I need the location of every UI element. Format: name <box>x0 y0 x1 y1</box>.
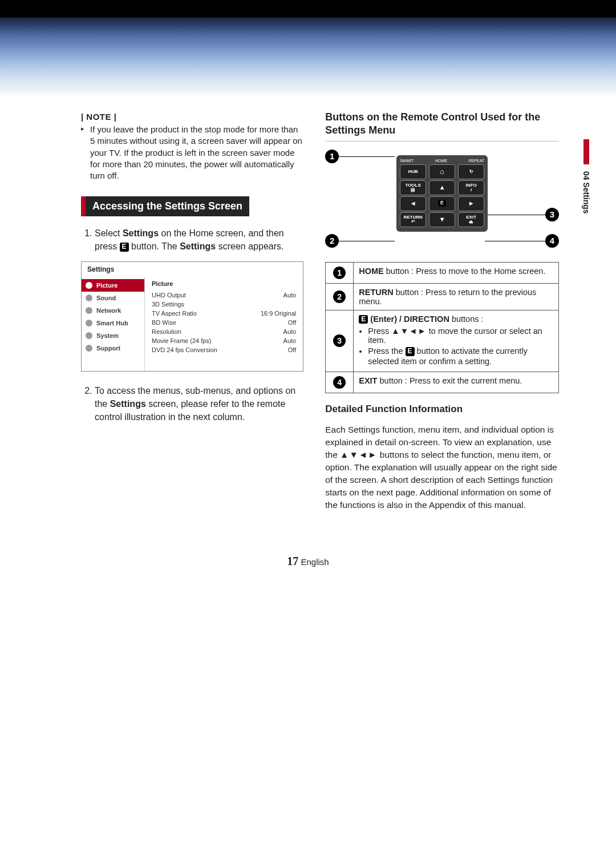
legend-num-4: 4 <box>333 376 346 389</box>
settings-sidebar: Picture Sound Network Smart Hub System S… <box>82 277 145 371</box>
tools-button: TOOLS▤ <box>400 180 426 195</box>
settings-title: Settings <box>82 262 303 277</box>
remote-legend-table: 1 HOME button : Press to move to the Hom… <box>325 262 559 393</box>
step-1: Select Settings on the Home screen, and … <box>95 227 303 253</box>
legend-row-4: EXIT button : Press to exit the current … <box>354 372 559 393</box>
callout-2: 2 <box>325 234 339 248</box>
remote-image: SMART HOME REPEAT HUB ⌂ ↻ TOOLS▤ ▲ INFOi <box>396 155 488 232</box>
exit-button: EXIT⏏ <box>458 212 484 227</box>
note-text: If you leave the product in the stop mod… <box>90 124 303 181</box>
detailed-function-info-paragraph: Each Settings function, menu item, and i… <box>325 423 559 511</box>
subheading-remote-buttons: Buttons on the Remote Control Used for t… <box>325 111 559 138</box>
sidebar-item-network: Network <box>82 304 144 317</box>
legend-row-3: E (Enter) / DIRECTION buttons : Press ▲▼… <box>354 310 559 372</box>
enter-icon: E <box>359 315 368 324</box>
divider <box>325 141 559 142</box>
legend-row-1: HOME button : Press to move to the Home … <box>354 262 559 283</box>
callout-3: 3 <box>545 208 559 221</box>
enter-icon: E <box>120 243 129 251</box>
enter-icon: E <box>406 347 415 356</box>
top-banner <box>0 0 616 97</box>
legend-num-3: 3 <box>333 334 346 347</box>
callout-4: 4 <box>545 234 559 248</box>
step-2: To access the menus, sub-menus, and opti… <box>95 384 303 424</box>
sidebar-item-sound: Sound <box>82 292 144 304</box>
hub-button: HUB <box>400 164 426 179</box>
info-button: INFOi <box>458 180 484 195</box>
up-button: ▲ <box>429 180 455 195</box>
down-button: ▼ <box>429 212 455 227</box>
remote-diagram: 1 2 3 4 SMART HOME REPEAT HUB ⌂ <box>325 150 559 255</box>
chapter-tab: 04 Settings <box>582 139 591 214</box>
enter-button: E <box>429 196 455 211</box>
right-column: 04 Settings Buttons on the Remote Contro… <box>325 108 559 521</box>
heading-detailed-function-info: Detailed Function Information <box>325 404 559 415</box>
left-button: ◄ <box>400 196 426 211</box>
settings-screenshot: Settings Picture Sound Network Smart Hub… <box>81 261 303 372</box>
sidebar-item-picture: Picture <box>82 279 144 292</box>
section-heading-access-settings: Accessing the Settings Screen <box>81 196 249 216</box>
home-button-icon: ⌂ <box>429 164 455 179</box>
callout-1: 1 <box>325 150 339 163</box>
legend-num-1: 1 <box>333 267 346 279</box>
sidebar-item-system: System <box>82 329 144 342</box>
legend-num-2: 2 <box>333 291 346 303</box>
settings-main: Picture UHD OutputAuto 3D Settings TV As… <box>145 277 303 371</box>
sidebar-item-smarthub: Smart Hub <box>82 317 144 329</box>
right-button: ► <box>458 196 484 211</box>
legend-row-2: RETURN button : Press to return to the p… <box>354 283 559 310</box>
sidebar-item-support: Support <box>82 342 144 354</box>
page-footer: 17 English <box>0 555 616 568</box>
repeat-button: ↻ <box>458 164 484 179</box>
note-label: | NOTE | <box>81 112 303 122</box>
left-column: | NOTE | If you leave the product in the… <box>81 108 303 521</box>
return-button: RETURN↶ <box>400 212 426 227</box>
